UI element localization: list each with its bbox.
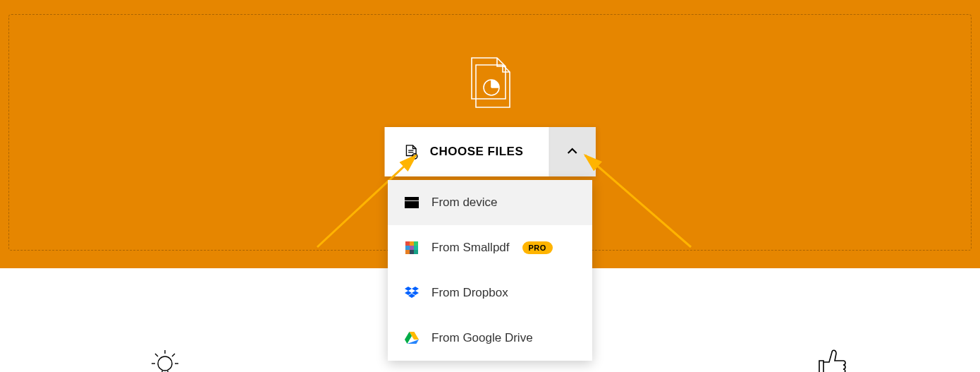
chevron-up-icon — [566, 145, 579, 158]
svg-rect-13 — [405, 246, 410, 250]
svg-rect-17 — [410, 250, 414, 254]
dropbox-icon — [405, 286, 419, 300]
chevron-toggle-button[interactable] — [549, 127, 595, 176]
svg-rect-14 — [410, 246, 414, 250]
choose-files-button[interactable]: CHOOSE FILES — [385, 127, 549, 176]
svg-point-19 — [158, 356, 172, 371]
thumbs-up-icon — [818, 348, 847, 372]
dropdown-label: From Smallpdf — [431, 241, 510, 255]
dropdown-item-dropbox[interactable]: From Dropbox — [388, 270, 592, 316]
choose-files-label: CHOOSE FILES — [430, 145, 524, 159]
dropdown-label: From Google Drive — [431, 331, 533, 345]
choose-files-bar: CHOOSE FILES — [385, 127, 596, 176]
source-dropdown: From device From Smallpdf PRO From Dropb… — [388, 180, 592, 361]
pro-badge: PRO — [522, 241, 553, 254]
svg-rect-10 — [405, 241, 410, 246]
svg-rect-15 — [414, 246, 418, 250]
dropdown-label: From device — [431, 196, 498, 210]
dropdown-label: From Dropbox — [431, 286, 508, 300]
svg-line-22 — [172, 354, 175, 356]
google-drive-icon — [405, 331, 419, 345]
svg-rect-18 — [414, 250, 418, 254]
svg-rect-11 — [410, 241, 414, 246]
file-add-icon — [405, 145, 419, 159]
dropdown-item-smallpdf[interactable]: From Smallpdf PRO — [388, 225, 592, 270]
svg-rect-16 — [405, 250, 410, 254]
svg-rect-8 — [405, 197, 419, 200]
dropdown-item-googledrive[interactable]: From Google Drive — [388, 316, 592, 361]
svg-rect-12 — [414, 241, 418, 246]
folder-icon — [405, 196, 419, 210]
document-stack-icon — [466, 56, 514, 116]
dropdown-item-device[interactable]: From device — [388, 180, 592, 225]
svg-line-21 — [155, 354, 158, 356]
smallpdf-icon — [405, 241, 419, 255]
lightbulb-icon — [149, 348, 180, 372]
svg-rect-9 — [405, 201, 419, 208]
